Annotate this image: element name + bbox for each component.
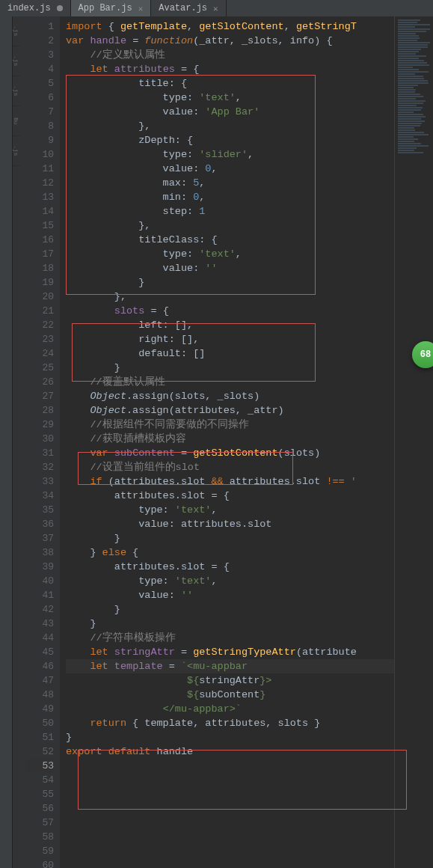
code-line[interactable]: }	[66, 531, 394, 545]
line-number[interactable]: 6	[25, 91, 54, 105]
line-number[interactable]: 21	[25, 304, 54, 318]
line-number[interactable]: 42	[25, 602, 54, 617]
code-line[interactable]: return { template, attributes, slots }	[66, 716, 394, 730]
code-line[interactable]: let stringAttr = getStringTypeAttr(attri…	[66, 645, 394, 659]
code-line[interactable]: type: 'text',	[66, 91, 394, 105]
line-number[interactable]: 28	[25, 403, 54, 418]
line-number[interactable]: 39	[25, 560, 54, 574]
code-line[interactable]: ${stringAttr}>	[66, 673, 394, 688]
code-line[interactable]: step: 1	[66, 204, 394, 218]
line-number[interactable]: 44	[25, 631, 54, 645]
code-line[interactable]: }	[66, 617, 394, 631]
line-number[interactable]: 40	[25, 574, 54, 588]
line-number[interactable]: 22	[25, 318, 54, 332]
line-number[interactable]: 34	[25, 489, 54, 503]
code-line[interactable]: }	[66, 275, 394, 290]
line-number[interactable]: 5	[25, 76, 54, 91]
code-line[interactable]: type: 'text',	[66, 247, 394, 261]
line-number[interactable]: 26	[25, 375, 54, 389]
code-line[interactable]: type: 'text',	[66, 503, 394, 517]
line-number[interactable]: 11	[25, 162, 54, 176]
line-number[interactable]: 14	[25, 204, 54, 218]
line-number[interactable]: 36	[25, 517, 54, 531]
code-line[interactable]: if (attributes.slot && attributes.slot !…	[66, 474, 394, 489]
code-line[interactable]: let attributes = {	[66, 62, 394, 76]
line-number[interactable]: 18	[25, 261, 54, 275]
line-number[interactable]: 20	[25, 290, 54, 304]
code-line[interactable]: ${subContent}	[66, 688, 394, 702]
line-number[interactable]: 32	[25, 460, 54, 474]
close-icon[interactable]: ✕	[213, 4, 218, 13]
line-number[interactable]: 3	[25, 48, 54, 62]
code-line[interactable]: zDepth: {	[66, 133, 394, 147]
line-number[interactable]: 4	[25, 62, 54, 76]
code-line[interactable]: },	[66, 218, 394, 233]
line-number[interactable]: 12	[25, 176, 54, 190]
code-line[interactable]: value: 0,	[66, 162, 394, 176]
line-number[interactable]: 57	[25, 816, 54, 830]
line-number[interactable]: 60	[25, 858, 54, 868]
code-line[interactable]: },	[66, 290, 394, 304]
thumb-item[interactable]: .js	[13, 46, 19, 76]
line-number[interactable]: 30	[25, 432, 54, 446]
code-line[interactable]: </mu-appbar>`	[66, 702, 394, 716]
line-number[interactable]: 56	[25, 801, 54, 816]
line-number[interactable]: 1	[25, 19, 54, 34]
code-line[interactable]: slots = {	[66, 304, 394, 318]
line-number[interactable]: 55	[25, 787, 54, 801]
code-line[interactable]: left: [],	[66, 318, 394, 332]
tab-Avatar-js[interactable]: Avatar.js✕	[151, 0, 226, 16]
code-line[interactable]: }	[66, 730, 394, 745]
code-line[interactable]: export default handle	[66, 745, 394, 759]
code-line[interactable]: value: attributes.slot	[66, 517, 394, 531]
code-line[interactable]: Object.assign(slots, _slots)	[66, 389, 394, 403]
line-number[interactable]: 8	[25, 119, 54, 133]
code-line[interactable]: attributes.slot = {	[66, 489, 394, 503]
line-number[interactable]: 23	[25, 332, 54, 346]
code-line[interactable]: //字符串模板操作	[66, 631, 394, 645]
code-line[interactable]: type: 'slider',	[66, 147, 394, 162]
code-line[interactable]: //设置当前组件的slot	[66, 460, 394, 474]
close-icon[interactable]: ✕	[138, 4, 144, 13]
line-number[interactable]: 53	[25, 759, 54, 773]
code-line[interactable]: //覆盖默认属性	[66, 375, 394, 389]
code-area[interactable]: import { getTemplate, getSlotContent, ge…	[60, 16, 394, 868]
line-number[interactable]: 33	[25, 474, 54, 489]
code-line[interactable]: } else {	[66, 545, 394, 560]
line-number[interactable]: 15	[25, 218, 54, 233]
code-line[interactable]: //定义默认属性	[66, 48, 394, 62]
line-number[interactable]: 17	[25, 247, 54, 261]
code-line[interactable]: var handle = function(_attr, _slots, inf…	[66, 34, 394, 48]
line-number[interactable]: 58	[25, 830, 54, 844]
code-line[interactable]: attributes.slot = {	[66, 560, 394, 574]
code-line[interactable]: //获取插槽模板内容	[66, 432, 394, 446]
line-number[interactable]: 46	[25, 659, 54, 673]
line-gutter[interactable]: 1234567891011121314151617181920212223242…	[25, 16, 60, 868]
code-line[interactable]: titleClass: {	[66, 233, 394, 247]
line-number[interactable]: 10	[25, 147, 54, 162]
hint-badge[interactable]: 68	[412, 341, 433, 368]
code-line[interactable]: right: [],	[66, 332, 394, 346]
line-number[interactable]: 9	[25, 133, 54, 147]
minimap[interactable]	[394, 16, 433, 868]
code-line[interactable]: value: ''	[66, 261, 394, 275]
line-number[interactable]: 52	[25, 745, 54, 759]
thumb-item[interactable]: .js	[13, 16, 19, 46]
code-line[interactable]: type: 'text',	[66, 574, 394, 588]
tab-App-Bar-js[interactable]: App Bar.js✕	[71, 0, 152, 16]
line-number[interactable]: 45	[25, 645, 54, 659]
code-line[interactable]: }	[66, 602, 394, 617]
line-number[interactable]: 50	[25, 716, 54, 730]
line-number[interactable]: 48	[25, 688, 54, 702]
line-number[interactable]: 47	[25, 673, 54, 688]
line-number[interactable]: 59	[25, 844, 54, 858]
code-line[interactable]: //根据组件不同需要做的不同操作	[66, 418, 394, 432]
code-line[interactable]: let template = `<mu-appbar	[66, 659, 394, 673]
line-number[interactable]: 51	[25, 730, 54, 745]
code-line[interactable]: max: 5,	[66, 176, 394, 190]
code-line[interactable]: title: {	[66, 76, 394, 91]
code-line[interactable]: Object.assign(attributes, _attr)	[66, 403, 394, 418]
line-number[interactable]: 27	[25, 389, 54, 403]
code-line[interactable]: default: []	[66, 346, 394, 361]
line-number[interactable]: 31	[25, 446, 54, 460]
